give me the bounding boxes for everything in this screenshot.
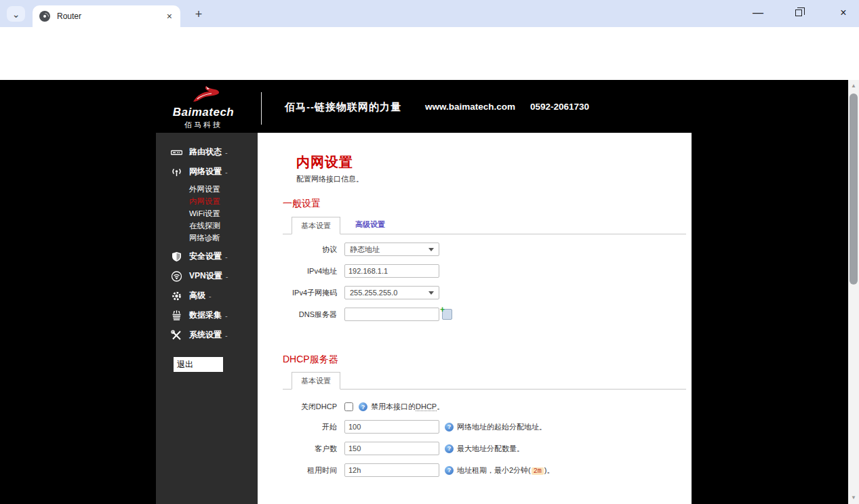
- page-scrollbar[interactable]: ▲ ▼: [848, 80, 859, 504]
- window-close-button[interactable]: ×: [828, 0, 859, 26]
- tab-close-icon[interactable]: ×: [165, 11, 174, 22]
- network-icon: [171, 167, 182, 177]
- dns-add-button[interactable]: +: [442, 309, 452, 320]
- help-icon[interactable]: ?: [445, 444, 454, 453]
- help-icon[interactable]: ?: [359, 402, 367, 411]
- window-restore-button[interactable]: [783, 0, 814, 26]
- page-subtitle: 配置网络接口信息。: [296, 174, 692, 184]
- caret-icon: -: [225, 148, 228, 156]
- header-divider: [261, 92, 262, 125]
- plus-icon: +: [440, 305, 445, 314]
- caret-icon: -: [225, 168, 228, 176]
- caret-icon: -: [226, 272, 228, 280]
- dhcp-server-section: DHCP服务器 基本设置 关闭DHCP ? 禁用本接口的DHCP。 开始 ? 网…: [283, 354, 686, 477]
- browser-tab-strip: ⌄ Router × + — ×: [0, 0, 859, 27]
- sidebar-item-security-settings[interactable]: 安全设置 -: [156, 247, 258, 266]
- router-page: Baimatech 佰马科技 佰马--链接物联网的力量 www.baimatec…: [0, 80, 848, 504]
- dhcp-lease-label: 租用时间: [283, 465, 337, 476]
- router-favicon-icon: [39, 11, 50, 22]
- chevron-down-icon: [428, 291, 434, 295]
- logout-button[interactable]: 退出: [174, 357, 223, 372]
- browser-toolbar: ← → 不安全 192.168.1.1/cgi-bin/luci: [0, 27, 859, 57]
- scrollbar-thumb[interactable]: [850, 93, 858, 285]
- caret-icon: -: [225, 253, 228, 261]
- sidebar-item-network-settings[interactable]: 网络设置 -: [156, 162, 258, 182]
- restore-icon: [795, 9, 802, 16]
- general-settings-section: 一般设置 基本设置 高级设置 协议 静态地址 IPv4地址 IPv4子网掩码 2…: [283, 198, 686, 321]
- tools-icon: [171, 330, 182, 341]
- tab-dhcp-basic-settings[interactable]: 基本设置: [292, 372, 340, 390]
- dhcp-limit-input[interactable]: [344, 442, 439, 455]
- dhcp-start-label: 开始: [283, 422, 337, 432]
- tab-advanced-settings[interactable]: 高级设置: [355, 216, 385, 234]
- submenu-online-detect[interactable]: 在线探测: [156, 219, 258, 232]
- dhcp-start-input[interactable]: [344, 420, 439, 434]
- section-title-dhcp: DHCP服务器: [283, 354, 686, 366]
- dhcp-lease-input[interactable]: [344, 463, 439, 477]
- baimatech-logo: Baimatech 佰马科技: [169, 85, 237, 130]
- bookmarks-bar: [0, 57, 859, 80]
- router-status-icon: [171, 147, 182, 158]
- vpn-icon: [171, 271, 182, 282]
- brand-name-cn: 佰马科技: [169, 120, 237, 130]
- dhcp-tabbar: 基本设置: [283, 372, 686, 390]
- help-icon[interactable]: ?: [445, 466, 454, 475]
- protocol-label: 协议: [283, 245, 337, 255]
- sidebar-item-router-status[interactable]: 路由状态 -: [156, 142, 258, 162]
- disable-dhcp-checkbox[interactable]: [344, 402, 353, 411]
- submenu-lan-settings[interactable]: 内网设置: [156, 195, 258, 207]
- dhcp-lease-help: 地址租期，最小2分钟(2m)。: [457, 465, 554, 476]
- new-tab-button[interactable]: +: [190, 5, 207, 23]
- dns-input[interactable]: [344, 308, 439, 321]
- scroll-down-icon[interactable]: ▼: [848, 493, 859, 503]
- dns-label: DNS服务器: [283, 310, 337, 320]
- disable-dhcp-help: 禁用本接口的DHCP。: [371, 402, 444, 412]
- sidebar-item-system-settings[interactable]: 系统设置 -: [156, 325, 258, 345]
- page-title: 内网设置: [296, 153, 692, 171]
- ipv4-address-input[interactable]: [344, 264, 439, 278]
- browser-tab[interactable]: Router ×: [33, 5, 180, 27]
- scroll-up-icon[interactable]: ▲: [848, 81, 859, 91]
- caret-icon: -: [225, 331, 228, 339]
- dhcp-limit-label: 客户数: [283, 444, 337, 454]
- submenu-wifi-settings[interactable]: WiFi设置: [156, 207, 258, 219]
- tab-title: Router: [57, 12, 165, 21]
- sidebar-item-vpn-settings[interactable]: VPN设置 -: [156, 266, 258, 286]
- shield-icon: [171, 251, 182, 262]
- section-title-general: 一般设置: [283, 198, 686, 210]
- netmask-label: IPv4子网掩码: [283, 288, 337, 298]
- dhcp-start-help: 网络地址的起始分配地址。: [457, 422, 546, 432]
- caret-icon: -: [225, 312, 228, 320]
- window-minimize-button[interactable]: —: [742, 0, 774, 26]
- general-tabbar: 基本设置 高级设置: [283, 216, 686, 234]
- netmask-select[interactable]: 255.255.255.0: [344, 286, 439, 299]
- submenu-wan-settings[interactable]: 外网设置: [156, 183, 258, 195]
- tab-search-chevron-icon[interactable]: ⌄: [7, 6, 25, 22]
- site-slogan: 佰马--链接物联网的力量: [285, 101, 401, 114]
- network-submenu: 外网设置 内网设置 WiFi设置 在线探测 网络诊断: [156, 182, 258, 247]
- tab-basic-settings[interactable]: 基本设置: [292, 217, 340, 234]
- ipv4-address-label: IPv4地址: [283, 266, 337, 276]
- dhcp-limit-help: 最大地址分配数量。: [457, 444, 524, 454]
- main-content: 内网设置 配置网络接口信息。 一般设置 基本设置 高级设置 协议 静态地址 IP…: [258, 133, 692, 504]
- site-phone: 0592-2061730: [530, 102, 589, 112]
- submenu-network-diagnosis[interactable]: 网络诊断: [156, 232, 258, 244]
- sidebar-menu: 路由状态 - 网络设置 - 外网设置 内网设置 WiFi设置 在线探测 网络诊断…: [156, 133, 258, 504]
- chevron-down-icon: [428, 248, 434, 251]
- help-icon[interactable]: ?: [445, 423, 454, 432]
- protocol-select[interactable]: 静态地址: [344, 243, 439, 256]
- disable-dhcp-label: 关闭DHCP: [283, 402, 337, 412]
- caret-icon: -: [209, 292, 212, 300]
- sidebar-item-data-collection[interactable]: 数据采集 -: [156, 306, 258, 325]
- site-website: www.baimatech.com: [425, 102, 515, 112]
- data-collection-icon: [171, 310, 182, 321]
- brand-name: Baimatech: [169, 106, 237, 119]
- gear-icon: [171, 291, 182, 301]
- horse-logo-icon: [184, 85, 223, 103]
- lease-code-chip: 2m: [532, 467, 544, 475]
- sidebar-item-advanced[interactable]: 高级 -: [156, 286, 258, 306]
